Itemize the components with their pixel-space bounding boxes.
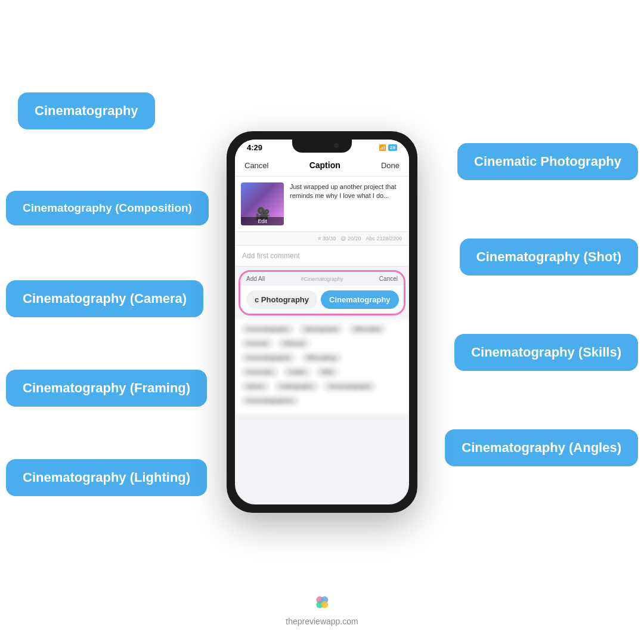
phone-mockup: 4:29 📶 29 Cancel Caption Done 🎥 Edit Jus… [227, 131, 417, 513]
chip-cinematic-photo[interactable]: c Photography [246, 290, 317, 309]
label-cinematic-photo[interactable]: Cinematic Photography [457, 143, 638, 180]
label-shot-text: Cinematography (Shot) [476, 249, 621, 265]
hashtag-row-6: #cinematographers [241, 395, 403, 406]
app-url: thepreviewapp.com [286, 617, 358, 626]
hashtag-row-3: #cinematographer #filmmaking [241, 352, 403, 363]
hashtag-counter: # 30/30 [318, 236, 336, 242]
battery-badge: 29 [388, 144, 397, 151]
notch [292, 140, 352, 153]
chip-cinematography[interactable]: Cinematography [321, 290, 399, 309]
label-lighting[interactable]: Cinematography (Lighting) [6, 459, 207, 496]
label-angles[interactable]: Cinematography (Angles) [445, 429, 638, 466]
status-icons: 📶 29 [379, 144, 397, 151]
counter-bar: # 30/30 @ 20/20 Abc 2128/2200 [235, 232, 409, 246]
label-cinematic-photo-text: Cinematic Photography [474, 154, 621, 169]
hashtag-row-5: #photo #videography #cinematography [241, 381, 403, 392]
hashtag-list: #cinematography #photography #filmmaker … [235, 319, 409, 414]
cancel-search-button[interactable]: Cancel [379, 275, 398, 282]
label-cinematography[interactable]: Cinematography [18, 92, 155, 129]
add-all-button[interactable]: Add All [246, 275, 265, 282]
post-preview: 🎥 Edit Just wrapped up another project t… [235, 177, 409, 232]
cancel-button[interactable]: Cancel [244, 161, 268, 170]
label-angles-text: Cinematography (Angles) [462, 440, 621, 456]
label-skills[interactable]: Cinematography (Skills) [454, 334, 638, 371]
hashtag-row-2: #cinema #director [241, 338, 403, 349]
hashtag-chips-row: c Photography Cinematography Cinematogra… [240, 286, 404, 314]
camera-dot [334, 143, 339, 148]
label-camera-text: Cinematography (Camera) [23, 291, 187, 306]
hashtag-search-bar: Add All #Cinematography Cancel [240, 272, 404, 286]
label-composition[interactable]: Cinematography (Composition) [6, 191, 209, 225]
label-shot[interactable]: Cinematography (Shot) [460, 239, 638, 275]
hashtag-row-1: #cinematography #photography #filmmaker [241, 324, 403, 335]
edit-badge[interactable]: Edit [241, 217, 284, 225]
app-logo-icon [312, 593, 332, 612]
nav-title: Caption [309, 160, 340, 170]
label-camera[interactable]: Cinematography (Camera) [6, 280, 203, 317]
post-caption[interactable]: Just wrapped up another project that rem… [290, 182, 403, 225]
svg-point-3 [321, 601, 328, 608]
phone-screen: 4:29 📶 29 Cancel Caption Done 🎥 Edit Jus… [235, 140, 409, 504]
label-framing[interactable]: Cinematography (Framing) [6, 370, 207, 407]
nav-bar: Cancel Caption Done [235, 154, 409, 177]
done-button[interactable]: Done [381, 161, 400, 170]
hashtag-row-4: #cinematic #video #film [241, 367, 403, 377]
app-footer: thepreviewapp.com [286, 593, 358, 626]
search-hashtag-text: #Cinematography [301, 276, 343, 282]
status-time: 4:29 [247, 143, 262, 152]
mention-counter: @ 20/20 [340, 236, 361, 242]
highlighted-hashtag-strip: Add All #Cinematography Cancel c Photogr… [239, 270, 405, 315]
post-image: 🎥 Edit [241, 182, 284, 225]
label-framing-text: Cinematography (Framing) [23, 380, 190, 396]
add-comment-placeholder: Add first comment [242, 252, 300, 260]
label-skills-text: Cinematography (Skills) [471, 345, 621, 360]
phone-body: 4:29 📶 29 Cancel Caption Done 🎥 Edit Jus… [227, 131, 417, 513]
label-lighting-text: Cinematography (Lighting) [23, 470, 190, 485]
chip-cinematography-2[interactable]: Cinematography [402, 290, 404, 309]
label-cinematography-text: Cinematography [35, 103, 138, 119]
text-counter: Abc 2128/2200 [366, 236, 402, 242]
add-comment[interactable]: Add first comment [235, 246, 409, 267]
label-composition-text: Cinematography (Composition) [23, 202, 192, 215]
wifi-icon: 📶 [379, 144, 386, 151]
